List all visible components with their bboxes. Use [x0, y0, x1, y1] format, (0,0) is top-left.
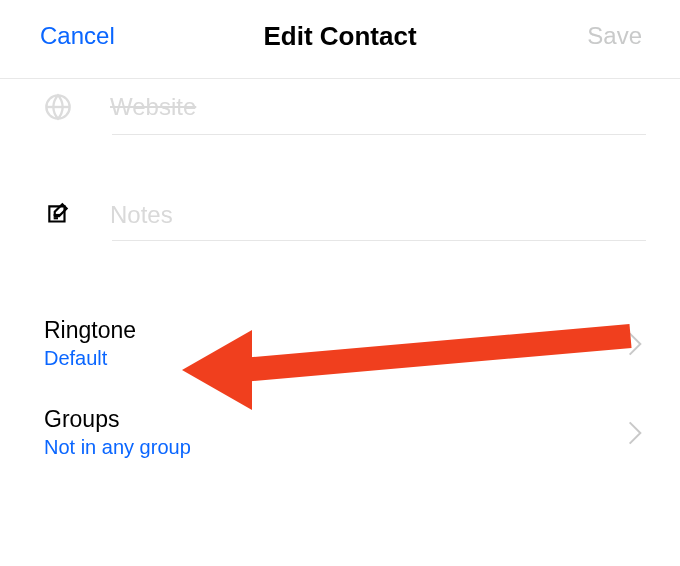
- notes-icon: [44, 201, 72, 229]
- ringtone-title: Ringtone: [44, 317, 136, 344]
- globe-icon: [44, 93, 72, 121]
- groups-value: Not in any group: [44, 436, 191, 459]
- website-input[interactable]: [110, 81, 642, 133]
- ringtone-item[interactable]: Ringtone Default: [0, 303, 680, 392]
- page-title: Edit Contact: [263, 21, 416, 52]
- save-button[interactable]: Save: [587, 22, 642, 50]
- divider: [112, 240, 646, 241]
- groups-item-text: Groups Not in any group: [44, 406, 191, 459]
- section-gap: [0, 241, 680, 303]
- content-area: Ringtone Default Groups Not in any group: [0, 79, 680, 481]
- divider: [112, 134, 646, 135]
- groups-item[interactable]: Groups Not in any group: [0, 392, 680, 481]
- chevron-right-icon: [628, 421, 642, 445]
- website-field-row[interactable]: [0, 79, 680, 135]
- groups-title: Groups: [44, 406, 191, 433]
- ringtone-item-text: Ringtone Default: [44, 317, 136, 370]
- header: Cancel Edit Contact Save: [0, 0, 680, 79]
- cancel-button[interactable]: Cancel: [40, 22, 115, 50]
- notes-field-row[interactable]: [0, 163, 680, 241]
- chevron-right-icon: [628, 332, 642, 356]
- notes-input[interactable]: [110, 189, 642, 241]
- ringtone-value: Default: [44, 347, 136, 370]
